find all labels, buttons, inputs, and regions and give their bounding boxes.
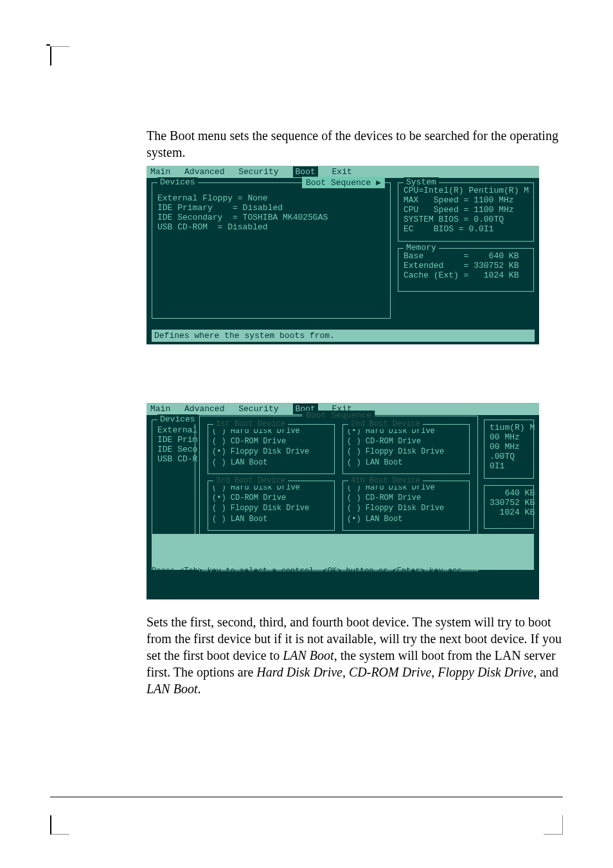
- panel-title: 1st Boot Device: [213, 419, 288, 429]
- second-boot-device-panel: 2nd Boot Device (•) Hard Disk Drive ( ) …: [342, 424, 470, 474]
- panel-title: 2nd Boot Device: [348, 419, 423, 429]
- devices-title: Devices: [157, 414, 198, 424]
- menu-main[interactable]: Main: [150, 404, 170, 414]
- memory-values: 640 KB 330752 KB 1024 KB: [490, 488, 528, 517]
- memory-panel: Memory Base = 640 KB Extended = 330752 K…: [398, 248, 534, 292]
- system-values: CPU=Intel(R) Pentium(R) M MAX Speed = 11…: [404, 186, 528, 234]
- boot-sequence-item[interactable]: Boot Sequence ▶: [302, 177, 385, 188]
- panel-title: 3rd Boot Device: [213, 475, 288, 486]
- body-paragraph: Sets the first, second, third, and fourt…: [147, 614, 564, 697]
- system-panel: System CPU=Intel(R) Pentium(R) M MAX Spe…: [398, 182, 534, 242]
- memory-values: Base = 640 KB Extended = 330752 KB Cache…: [404, 251, 528, 280]
- panel-title: 4th Boot Device: [348, 475, 423, 486]
- fourth-boot-device-panel: 4th Boot Device ( ) Hard Disk Drive ( ) …: [342, 481, 470, 531]
- intro-paragraph: The Boot menu sets the sequence of the d…: [147, 127, 564, 161]
- devices-list: External IDE Prim IDE Seco USB CD-R: [157, 425, 190, 464]
- memory-title: Memory: [404, 243, 439, 252]
- menu-advanced[interactable]: Advanced: [184, 404, 224, 414]
- help-text: Press <Tab> key to select a control. <OK…: [152, 567, 534, 597]
- footer-rule: [50, 797, 563, 797]
- memory-panel-partial: 640 KB 330752 KB 1024 KB: [484, 485, 534, 529]
- crop-mark: [50, 815, 69, 835]
- devices-list: External Floppy = None IDE Primary = Dis…: [157, 193, 385, 232]
- boot-options[interactable]: ( ) Hard Disk Drive ( ) CD-ROM Drive (•)…: [212, 426, 330, 468]
- system-values: tium(R) M 00 MHz 00 MHz .00TQ 0I1: [490, 423, 528, 471]
- help-text: Defines where the system boots from.: [152, 330, 535, 342]
- third-boot-device-panel: 3rd Boot Device ( ) Hard Disk Drive (•) …: [208, 481, 335, 531]
- bios-screenshot-boot-menu: Main Advanced Security Boot Exit Devices…: [147, 166, 539, 344]
- help-footer-bg: [152, 534, 534, 570]
- crop-mark: [544, 815, 563, 835]
- boot-options[interactable]: (•) Hard Disk Drive ( ) CD-ROM Drive ( )…: [347, 426, 465, 468]
- bios-screenshot-boot-sequence: Main Advanced Security Boot Exit Devices…: [147, 403, 539, 599]
- devices-title: Devices: [157, 177, 198, 187]
- menu-security[interactable]: Security: [238, 167, 278, 177]
- crop-mark: [50, 46, 69, 66]
- first-boot-device-panel: 1st Boot Device ( ) Hard Disk Drive ( ) …: [208, 424, 335, 474]
- menu-security[interactable]: Security: [238, 404, 278, 414]
- boot-options[interactable]: ( ) Hard Disk Drive ( ) CD-ROM Drive ( )…: [347, 483, 465, 524]
- devices-panel: Devices Boot Sequence ▶ External Floppy …: [152, 182, 391, 319]
- system-title: System: [404, 177, 439, 187]
- menu-boot[interactable]: Boot: [293, 166, 318, 177]
- menu-exit[interactable]: Exit: [332, 167, 352, 177]
- menu-advanced[interactable]: Advanced: [184, 167, 224, 177]
- boot-options[interactable]: ( ) Hard Disk Drive (•) CD-ROM Drive ( )…: [212, 483, 330, 524]
- system-panel-partial: tium(R) M 00 MHz 00 MHz .00TQ 0I1: [484, 420, 534, 479]
- menu-main[interactable]: Main: [150, 167, 170, 177]
